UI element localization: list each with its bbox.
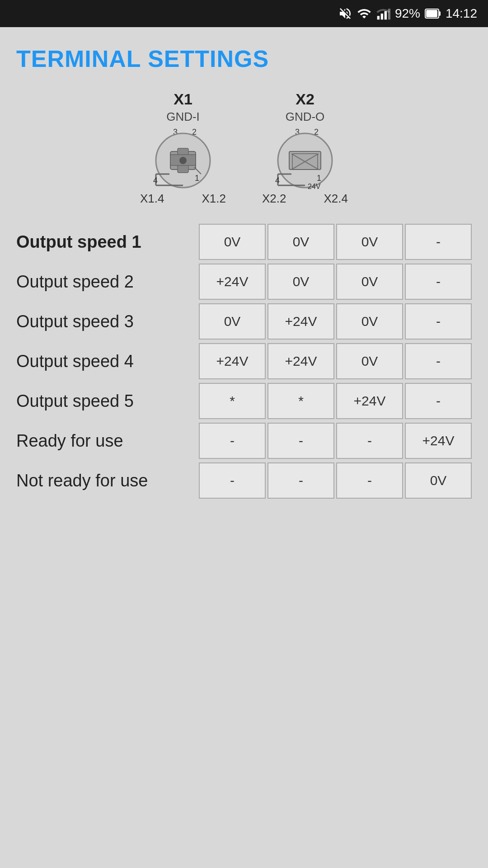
table-cell: 0V [199,224,266,260]
svg-rect-0 [377,16,380,19]
table-row: Output speed 2+24V0V0V- [16,264,472,300]
row-label: Not ready for use [16,471,199,491]
battery-level: 92% [395,6,420,21]
connector-x1-pin-labels: X1.4 X1.2 [140,192,226,206]
row-label: Output speed 2 [16,272,199,292]
table-cell: - [336,423,403,459]
table-cell: 0V [336,224,403,260]
connector-x1-label: X1 [174,90,192,108]
wifi-icon [357,6,371,21]
connector-x2-pin-labels: X2.2 X2.4 [262,192,348,206]
svg-rect-1 [381,14,383,19]
svg-rect-23 [289,151,321,170]
battery-icon [425,7,441,20]
mute-icon [338,6,352,21]
table-cell: - [267,462,334,499]
row-cells: ---0V [199,462,472,499]
table-cell: 0V [336,343,403,379]
table-cell: 0V [336,264,403,300]
table-cell: +24V [267,343,334,379]
table-cell: - [405,383,472,419]
table-cell: +24V [199,343,266,379]
row-label: Ready for use [16,431,199,451]
table-cell: +24V [199,264,266,300]
svg-text:1: 1 [317,174,321,183]
table-row: Output speed 4+24V+24V0V- [16,343,472,379]
table-row: Ready for use---+24V [16,423,472,459]
table-cell: - [199,462,266,499]
table-cell: 0V [199,303,266,340]
connector-diagrams: X1 GND-I 3 2 [16,90,472,206]
row-cells: +24V0V0V- [199,264,472,300]
table-cell: 0V [267,224,334,260]
signal-icon [376,6,390,21]
settings-table: Output speed 10V0V0V-Output speed 2+24V0… [16,224,472,499]
row-cells: **+24V- [199,383,472,419]
status-icons: 92% 14:12 [338,6,477,21]
svg-point-13 [179,157,187,164]
connector-x2-gnd: GND-O [286,110,325,124]
table-cell: +24V [267,303,334,340]
table-cell: - [405,343,472,379]
table-cell: - [336,462,403,499]
row-label: Output speed 1 [16,232,199,252]
table-cell: * [199,383,266,419]
table-row: Not ready for use---0V [16,462,472,499]
connector-x1: X1 GND-I 3 2 [140,90,226,206]
row-cells: ---+24V [199,423,472,459]
svg-text:24V: 24V [308,183,321,190]
svg-rect-5 [439,11,441,16]
table-cell: 0V [405,462,472,499]
table-cell: - [199,423,266,459]
connector-x2: X2 GND-O 3 2 4 1 [262,90,348,206]
connector-x1-diagram: 3 2 4 1 [142,127,224,190]
table-cell: +24V [336,383,403,419]
row-cells: 0V0V0V- [199,224,472,260]
svg-text:4: 4 [275,176,280,185]
row-cells: +24V+24V0V- [199,343,472,379]
svg-rect-6 [426,10,437,17]
table-row: Output speed 10V0V0V- [16,224,472,260]
svg-rect-2 [385,11,387,20]
connector-x1-gnd: GND-I [166,110,200,124]
table-cell: - [405,264,472,300]
svg-text:1: 1 [195,174,199,183]
main-content: TERMINAL SETTINGS X1 GND-I 3 2 [0,27,488,520]
svg-text:4: 4 [153,176,158,185]
table-cell: - [267,423,334,459]
table-row: Output speed 5**+24V- [16,383,472,419]
table-cell: - [405,224,472,260]
row-label: Output speed 3 [16,312,199,331]
svg-rect-3 [388,9,390,19]
status-bar: 92% 14:12 [0,0,488,27]
table-cell: 0V [336,303,403,340]
table-cell: +24V [405,423,472,459]
row-label: Output speed 5 [16,392,199,411]
table-cell: - [405,303,472,340]
row-label: Output speed 4 [16,352,199,371]
table-row: Output speed 30V+24V0V- [16,303,472,340]
table-cell: * [267,383,334,419]
table-cell: 0V [267,264,334,300]
page-title: TERMINAL SETTINGS [16,45,472,72]
connector-x2-label: X2 [296,90,314,108]
row-cells: 0V+24V0V- [199,303,472,340]
clock: 14:12 [446,6,477,21]
connector-x2-diagram: 3 2 4 1 24V [264,127,346,190]
